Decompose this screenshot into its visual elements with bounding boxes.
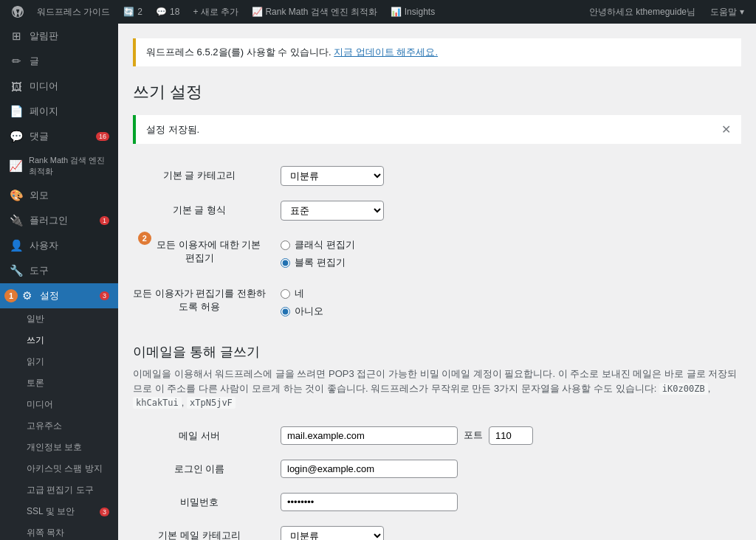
switch-yes-option[interactable]: 네 [281,287,741,300]
editor-block-option[interactable]: 블록 편집기 [281,256,741,269]
comments-menu-icon: 💬 [9,130,24,143]
submenu-advanced-editor[interactable]: 고급 편집기 도구 [0,480,118,501]
submenu-writing[interactable]: 쓰기 [0,330,118,351]
default-category-row: 기본 글 카테고리 미분류 [133,159,741,193]
site-name-label: 워드프레스 가이드 [37,6,110,18]
posts-icon: ✏ [9,55,24,68]
login-input[interactable] [281,460,458,478]
mail-server-input[interactable] [281,426,458,445]
adminbar-new[interactable]: + 새로 추가 [187,0,244,24]
mail-server-group: 포트 [281,426,741,445]
update-count: 2 [137,7,142,17]
plugins-badge: 1 [100,216,109,225]
main-content: 워드프레스 6.5.2을(를) 사용할 수 있습니다. 지금 업데이트 해주세요… [118,24,756,540]
adminbar-updates[interactable]: 🔄 2 [117,0,148,24]
pages-icon: 📄 [9,105,24,118]
password-row: 비밀번호 [133,485,741,519]
comments-count: 18 [170,7,179,17]
greeting-text: 안녕하세요 kthemeguide님 [589,6,695,18]
submenu-general[interactable]: 일반 [0,308,118,330]
sidebar-label-users: 사용자 [30,239,58,252]
sidebar-label-appearance: 외모 [30,189,49,202]
notice-text: 워드프레스 6.5.2을(를) 사용할 수 있습니다. [146,46,334,58]
sidebar-label-rankmath: Rank Math 검색 엔진 최적화 [29,155,109,177]
rankmath-icon: 📈 [9,159,23,173]
allow-switch-label: 모든 이용자가 편집기를 전환하도록 허용 [133,288,266,312]
default-category-select[interactable]: 미분류 [281,166,384,186]
settings-form: 기본 글 카테고리 미분류 기본 글 형식 [133,159,741,325]
default-editor-row: 2 모든 이용자에 대한 기본 편집기 클래식 편집기 블록 편집기 [133,228,741,277]
users-icon: 👤 [9,239,24,252]
update-notice: 워드프레스 6.5.2을(를) 사용할 수 있습니다. 지금 업데이트 해주세요… [133,38,741,66]
sidebar-label-comments: 댓글 [30,130,49,143]
sidebar-item-dashboard[interactable]: ⊞ 알림판 [0,24,118,49]
media-icon: 🖼 [9,80,24,93]
sidebar-item-appearance[interactable]: 🎨 외모 [0,183,118,208]
comments-badge: 16 [96,132,109,141]
settings-badge: 3 [100,291,109,300]
ssl-badge: 3 [100,508,109,516]
close-notice-button[interactable]: ✕ [721,122,731,136]
password-input[interactable] [281,493,458,511]
default-format-label: 기본 글 형식 [173,204,226,215]
adminbar-help[interactable]: 도움말 ▾ [704,0,750,24]
adminbar-greeting[interactable]: 안녕하세요 kthemeguide님 [583,0,701,24]
sidebar-label-plugins: 플러그인 [30,214,68,227]
sidebar-item-pages[interactable]: 📄 페이지 [0,99,118,124]
mail-category-row: 기본 메일 카테고리 미분류 [133,519,741,541]
sidebar: ⊞ 알림판 ✏ 글 🖼 미디어 📄 페이지 💬 댓글 16 📈 Rank Mat… [0,24,118,540]
sidebar-label-dashboard: 알림판 [30,30,58,43]
email-form: 메일 서버 포트 로그인 이름 [133,419,741,541]
email-code-2: khCakTui [133,397,182,409]
mail-server-row: 메일 서버 포트 [133,419,741,452]
sidebar-item-plugins[interactable]: 🔌 플러그인 1 [0,208,118,233]
update-link[interactable]: 지금 업데이트 해주세요. [334,46,438,58]
submenu-privacy[interactable]: 개인정보 보호 [0,437,118,458]
adminbar-site-name[interactable]: 워드프레스 가이드 [31,0,116,24]
adminbar-wp-logo[interactable] [6,0,30,24]
port-label: 포트 [464,429,483,442]
sidebar-item-tools[interactable]: 🔧 도구 [0,258,118,283]
default-category-label: 기본 글 카테고리 [163,170,236,181]
sidebar-item-rankmath[interactable]: 📈 Rank Math 검색 엔진 최적화 [0,149,118,183]
sidebar-item-posts[interactable]: ✏ 글 [0,49,118,74]
submenu-discussion[interactable]: 토론 [0,373,118,394]
appearance-icon: 🎨 [9,189,24,202]
submenu-akismet[interactable]: 아키스밋 스팸 방지 [0,458,118,480]
submenu-media2[interactable]: 미디어 [0,394,118,415]
step2-badge: 2 [138,232,151,245]
adminbar-rankmath[interactable]: 📈 Rank Math 검색 엔진 최적화 [246,0,383,24]
settings-step-badge: 1 [4,289,18,302]
submenu-reading[interactable]: 읽기 [0,351,118,373]
submenu-permalink[interactable]: 고유주소 [0,415,118,437]
email-section-heading: 이메일을 통해 글쓰기 [133,343,741,361]
default-format-select[interactable]: 표준 [281,201,384,221]
update-icon: 🔄 [123,7,134,17]
adminbar-insights[interactable]: 📊 Insights [385,0,441,24]
plugins-icon: 🔌 [9,214,24,227]
sidebar-label-pages: 페이지 [30,105,58,118]
editor-radio-group: 클래식 편집기 블록 편집기 [281,238,741,269]
settings-saved-notice: 설정 저장됨. ✕ [133,115,741,144]
port-input[interactable] [489,426,533,445]
adminbar-comments[interactable]: 💬 18 [150,0,185,24]
sidebar-item-settings[interactable]: 1 ⚙ 설정 3 [0,283,118,308]
admin-bar: 워드프레스 가이드 🔄 2 💬 18 + 새로 추가 📈 Rank Math 검… [0,0,756,24]
sidebar-item-comments[interactable]: 💬 댓글 16 [0,124,118,149]
submenu-toc[interactable]: 위쪽 목차 [0,522,118,540]
comments-icon: 💬 [156,7,167,17]
settings-submenu: 일반 쓰기 읽기 토론 미디어 고유주소 개인정보 보호 아키스밋 스팸 방지 [0,308,118,540]
page-title: 쓰기 설정 [133,81,741,103]
editor-classic-option[interactable]: 클래식 편집기 [281,238,741,252]
sidebar-label-tools: 도구 [30,264,49,277]
sidebar-label-media: 미디어 [30,80,58,93]
mail-category-label: 기본 메일 카테고리 [158,530,240,541]
submenu-ssl[interactable]: SSL 및 보안 3 [0,501,118,522]
default-format-row: 기본 글 형식 표준 [133,193,741,228]
mail-server-label: 메일 서버 [179,430,220,441]
sidebar-item-media[interactable]: 🖼 미디어 [0,74,118,99]
switch-no-option[interactable]: 아니오 [281,305,741,318]
mail-category-select[interactable]: 미분류 [281,526,384,541]
email-code-1: iK0z00ZB [659,383,708,395]
sidebar-item-users[interactable]: 👤 사용자 [0,233,118,258]
